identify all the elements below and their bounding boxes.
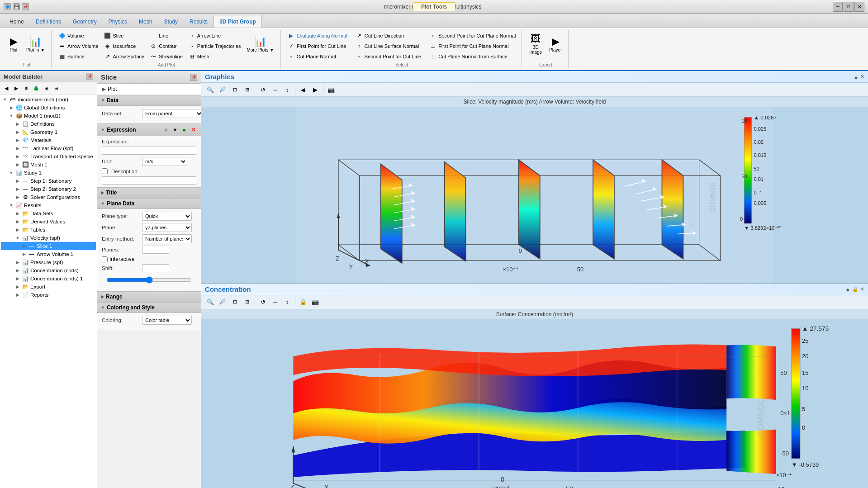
tree-item-mats[interactable]: ▶💎Materials [1, 136, 96, 144]
add-surface[interactable]: ▦ Surface [56, 52, 100, 62]
interactive-checkbox[interactable] [102, 256, 108, 262]
tree-toggle-conc[interactable]: ▶ [15, 268, 20, 273]
tree-toggle-results[interactable]: ▼ [9, 203, 14, 208]
conc-rotate[interactable]: ↺ [257, 297, 268, 308]
tree-toggle-export[interactable]: ▶ [15, 284, 20, 289]
plane-type-select[interactable]: Quick [142, 212, 192, 221]
add-arrow-line[interactable]: → Arrow Line [186, 31, 243, 41]
tree-toggle-pressure[interactable]: ▶ [15, 260, 20, 265]
cut-plane-normal-surface[interactable]: ⊥ Cut Plane Normal from Surface [427, 52, 518, 62]
cut-line-surface-normal[interactable]: ↑ Cut Line Surface Normal [353, 41, 423, 51]
tree-item-globals[interactable]: ▶🌐Global Definitions [1, 104, 96, 112]
graphics-collapse-btn[interactable]: ▲ [854, 74, 859, 80]
zoom-box-btn[interactable]: ⊞ [242, 84, 252, 95]
description-input[interactable]: Velocity magnitude [102, 176, 196, 185]
planes-count-input[interactable]: 5 [142, 246, 169, 254]
graphics-close-btn[interactable]: ✕ [860, 74, 864, 80]
add-contour[interactable]: ⊙ Contour [147, 41, 185, 51]
add-particle-traj[interactable]: ∙∙ Particle Trajectories [186, 41, 243, 51]
tree-toggle-arrowvol[interactable]: ▶ [21, 251, 27, 257]
plot-button[interactable]: ▶ Plot [5, 31, 22, 58]
tree-item-velocity[interactable]: ▼📊Velocity (spf) [1, 234, 96, 242]
tree-item-pressure[interactable]: ▶📊Pressure (spf) [1, 258, 96, 266]
conc-flip-v[interactable]: ↕ [282, 297, 293, 308]
tree-item-defs[interactable]: ▶📋Definitions [1, 120, 96, 128]
add-arrow-volume[interactable]: ➡ Arrow Volume [56, 41, 100, 51]
tree-item-laminar[interactable]: ▶〰Laminar Flow (spf) [1, 144, 96, 152]
quick-access-icon[interactable]: 📌 [22, 3, 29, 10]
expand-btn[interactable]: ⊞ [42, 84, 51, 93]
plot-tools-tab[interactable]: Plot Tools [413, 2, 455, 11]
entry-method-select[interactable]: Number of planes [142, 234, 192, 243]
expression-section-header[interactable]: ▼ Expression + ▼ ■ ✕ [97, 123, 201, 136]
cut-plane-normal[interactable]: ⊥ First Point for Cut Plane Normal [427, 41, 518, 51]
velocity-plot-area[interactable]: Slice: Velocity magnitude (m/s) Arrow Vo… [201, 97, 868, 283]
plot-in-button[interactable]: 📊 Plot In ▼ [24, 31, 47, 58]
more-plots-button[interactable]: 📊 More Plots ▼ [244, 31, 276, 58]
reset-zoom-btn[interactable]: ⊡ [229, 84, 240, 95]
collapse-btn[interactable]: ⊟ [52, 84, 61, 93]
tree-toggle-root[interactable]: ▼ [2, 97, 8, 102]
range-section-header[interactable]: ▶ Range [97, 291, 201, 302]
conc-reset[interactable]: ⊡ [229, 297, 240, 308]
3d-image-button[interactable]: 🖼 3DImage [526, 31, 545, 58]
tree-toggle-transport[interactable]: ▶ [15, 154, 20, 159]
add-isosurface[interactable]: ◈ Isosurface [102, 41, 147, 51]
evaluate-along-normal[interactable]: ▶ Evaluate Along Normal [285, 31, 350, 41]
tree-toggle-step2[interactable]: ▶ [15, 186, 20, 192]
concentration-plot-area[interactable]: Surface: Concentration (mol/m³) [201, 309, 868, 488]
tab-physics[interactable]: Physics [103, 15, 133, 28]
dataset-select[interactable]: From parent [142, 109, 201, 118]
tree-toggle-solver[interactable]: ▶ [15, 194, 20, 200]
conc-close-btn[interactable]: ✕ [860, 286, 864, 292]
tree-item-transport[interactable]: ▶〰Transport of Diluted Specie [1, 152, 96, 161]
tree-item-results[interactable]: ▼📈Results [1, 201, 96, 209]
tree-item-geom1[interactable]: ▶📐Geometry 1 [1, 128, 96, 136]
cut-line-dir[interactable]: ↗ Cut Line Direction [353, 31, 423, 41]
player-button[interactable]: ▶ Player [546, 31, 564, 58]
tree-toggle-globals[interactable]: ▶ [9, 105, 14, 110]
add-mesh[interactable]: ⊞ Mesh [186, 52, 243, 62]
first-point-cut-plane[interactable]: ◦ Second Point for Cut Line [353, 52, 423, 62]
add-arrow-surface[interactable]: ↗ Arrow Surface [102, 52, 147, 62]
tab-3d-plot-group[interactable]: 3D Plot Group [213, 15, 262, 28]
tab-mesh[interactable]: Mesh [133, 15, 158, 28]
conc-lock-btn[interactable]: 🔒 [852, 286, 859, 292]
tree-toggle-reports[interactable]: ▶ [15, 292, 20, 298]
tree-item-derived[interactable]: ▶📂Derived Values [1, 218, 96, 226]
expression-input[interactable]: spf.U [102, 147, 196, 155]
tree-btn[interactable]: 🌲 [32, 84, 41, 93]
tree-toggle-laminar[interactable]: ▶ [15, 146, 20, 151]
tree-toggle-datasets[interactable]: ▶ [15, 211, 20, 216]
tree-item-step1[interactable]: ▶—Step 1: Stationary [1, 177, 96, 185]
coloring-select[interactable]: Color table [142, 316, 192, 325]
tree-item-study1[interactable]: ▼📊Study 1 [1, 169, 96, 177]
tree-toggle-defs[interactable]: ▶ [15, 121, 20, 127]
tree-toggle-geom1[interactable]: ▶ [15, 129, 20, 135]
tree-toggle-step1[interactable]: ▶ [15, 178, 20, 184]
tree-toggle-study1[interactable]: ▼ [9, 170, 14, 175]
tree-toggle-tables[interactable]: ▶ [15, 227, 20, 232]
add-line[interactable]: — Line [147, 31, 185, 41]
forward-btn[interactable]: ▶ [12, 84, 21, 93]
tree-item-tables[interactable]: ▶📂Tables [1, 226, 96, 234]
tree-toggle-mats[interactable]: ▶ [15, 137, 20, 143]
pin-icon[interactable]: 📌 [86, 73, 93, 80]
close-button[interactable]: ✕ [854, 2, 864, 12]
tree-item-datasets[interactable]: ▶📂Data Sets [1, 209, 96, 218]
unit-select[interactable]: m/s [142, 157, 187, 166]
slice-pin-icon[interactable]: 📌 [190, 74, 197, 81]
tab-home[interactable]: Home [4, 15, 30, 28]
expr-del-btn[interactable]: ✕ [189, 126, 197, 134]
conc-lock2[interactable]: 🔒 [298, 297, 308, 308]
conc-screenshot[interactable]: 📷 [310, 297, 321, 308]
tree-item-solver[interactable]: ▶⚙Solver Configurations [1, 193, 96, 201]
tree-item-conc[interactable]: ▶📊Concentration (chds) [1, 266, 96, 275]
plane-data-header[interactable]: ▼ Plane Data [97, 198, 201, 209]
flip-vert-btn[interactable]: ↕ [282, 84, 293, 95]
tree-item-slice1[interactable]: ▶—Slice 1 [1, 242, 96, 250]
add-slice[interactable]: ⬛ Slice [102, 31, 147, 41]
tab-geometry[interactable]: Geometry [67, 15, 103, 28]
coloring-section-header[interactable]: ▼ Coloring and Style [97, 302, 201, 313]
tree-item-conc1[interactable]: ▶📊Concentration (chds) 1 [1, 275, 96, 283]
